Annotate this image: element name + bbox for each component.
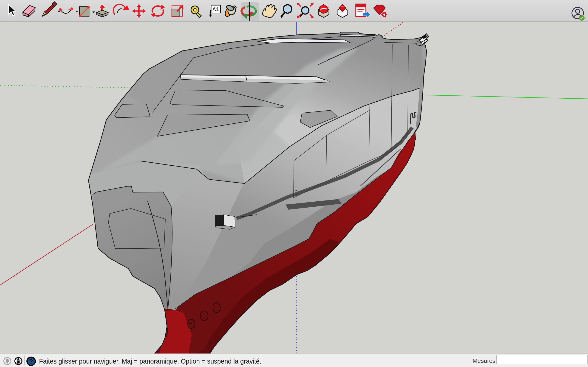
svg-text:?: ?	[29, 358, 33, 365]
svg-text:A1: A1	[212, 6, 219, 13]
svg-text:Mesures: Mesures	[473, 357, 495, 364]
svg-text:Faites glisser pour naviguer.: Faites glisser pour naviguer. Maj = pano…	[39, 357, 261, 365]
